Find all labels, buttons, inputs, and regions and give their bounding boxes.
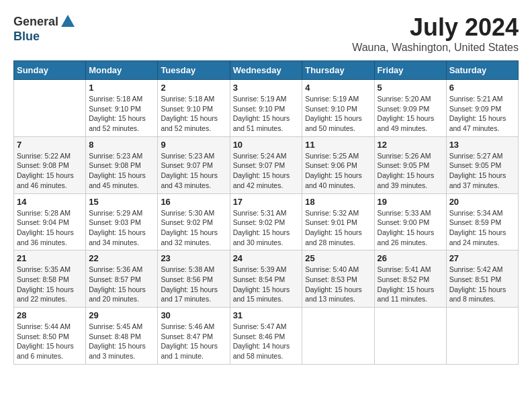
calendar-cell: 28Sunrise: 5:44 AM Sunset: 8:50 PM Dayli… xyxy=(14,308,86,365)
calendar-week-row: 14Sunrise: 5:28 AM Sunset: 9:04 PM Dayli… xyxy=(14,193,519,250)
day-info: Sunrise: 5:21 AM Sunset: 9:09 PM Dayligh… xyxy=(449,94,515,134)
calendar-cell: 13Sunrise: 5:27 AM Sunset: 9:05 PM Dayli… xyxy=(446,136,518,193)
calendar-cell: 5Sunrise: 5:20 AM Sunset: 9:09 PM Daylig… xyxy=(374,80,446,137)
day-number: 22 xyxy=(89,253,154,263)
calendar-cell: 6Sunrise: 5:21 AM Sunset: 9:09 PM Daylig… xyxy=(446,80,518,137)
day-number: 8 xyxy=(89,140,154,150)
calendar-cell: 2Sunrise: 5:18 AM Sunset: 9:10 PM Daylig… xyxy=(158,80,230,137)
day-number: 3 xyxy=(233,83,300,93)
calendar-cell: 20Sunrise: 5:34 AM Sunset: 8:59 PM Dayli… xyxy=(446,193,518,250)
day-info: Sunrise: 5:27 AM Sunset: 9:05 PM Dayligh… xyxy=(449,151,515,191)
calendar-cell: 14Sunrise: 5:28 AM Sunset: 9:04 PM Dayli… xyxy=(14,193,86,250)
month-title: July 2024 xyxy=(352,13,519,42)
calendar-cell: 3Sunrise: 5:19 AM Sunset: 9:10 PM Daylig… xyxy=(230,80,302,137)
day-number: 10 xyxy=(233,140,300,150)
day-info: Sunrise: 5:33 AM Sunset: 9:00 PM Dayligh… xyxy=(378,208,443,248)
day-info: Sunrise: 5:40 AM Sunset: 8:53 PM Dayligh… xyxy=(305,265,371,304)
weekday-header: Tuesday xyxy=(158,61,230,80)
calendar-cell: 22Sunrise: 5:36 AM Sunset: 8:57 PM Dayli… xyxy=(86,250,158,308)
weekday-header: Thursday xyxy=(302,61,374,80)
calendar-week-row: 1Sunrise: 5:18 AM Sunset: 9:10 PM Daylig… xyxy=(14,80,519,137)
day-number: 26 xyxy=(378,253,443,263)
calendar-cell xyxy=(14,80,86,137)
day-number: 11 xyxy=(305,140,371,150)
calendar-cell: 23Sunrise: 5:38 AM Sunset: 8:56 PM Dayli… xyxy=(158,250,230,308)
calendar-cell: 15Sunrise: 5:29 AM Sunset: 9:03 PM Dayli… xyxy=(86,193,158,250)
calendar-cell: 12Sunrise: 5:26 AM Sunset: 9:05 PM Dayli… xyxy=(374,136,446,193)
calendar-cell: 31Sunrise: 5:47 AM Sunset: 8:46 PM Dayli… xyxy=(230,308,302,365)
day-info: Sunrise: 5:19 AM Sunset: 9:10 PM Dayligh… xyxy=(233,94,300,134)
day-info: Sunrise: 5:19 AM Sunset: 9:10 PM Dayligh… xyxy=(305,94,371,134)
calendar-week-row: 28Sunrise: 5:44 AM Sunset: 8:50 PM Dayli… xyxy=(14,308,519,365)
day-info: Sunrise: 5:32 AM Sunset: 9:01 PM Dayligh… xyxy=(305,208,371,248)
calendar-table: SundayMondayTuesdayWednesdayThursdayFrid… xyxy=(13,60,519,365)
calendar-cell: 4Sunrise: 5:19 AM Sunset: 9:10 PM Daylig… xyxy=(302,80,374,137)
day-info: Sunrise: 5:28 AM Sunset: 9:04 PM Dayligh… xyxy=(17,208,83,248)
calendar-cell: 10Sunrise: 5:24 AM Sunset: 9:07 PM Dayli… xyxy=(230,136,302,193)
calendar-cell: 26Sunrise: 5:41 AM Sunset: 8:52 PM Dayli… xyxy=(374,250,446,308)
day-number: 19 xyxy=(378,197,443,207)
location-title: Wauna, Washington, United States xyxy=(352,42,519,54)
calendar-cell xyxy=(374,308,446,365)
calendar-header-row: SundayMondayTuesdayWednesdayThursdayFrid… xyxy=(14,61,519,80)
day-info: Sunrise: 5:26 AM Sunset: 9:05 PM Dayligh… xyxy=(378,151,443,191)
calendar-cell: 8Sunrise: 5:23 AM Sunset: 9:08 PM Daylig… xyxy=(86,136,158,193)
day-info: Sunrise: 5:45 AM Sunset: 8:48 PM Dayligh… xyxy=(89,322,154,361)
day-number: 7 xyxy=(17,140,83,150)
calendar-cell: 19Sunrise: 5:33 AM Sunset: 9:00 PM Dayli… xyxy=(374,193,446,250)
day-info: Sunrise: 5:38 AM Sunset: 8:56 PM Dayligh… xyxy=(161,265,226,304)
page-header: General Blue July 2024 Wauna, Washington… xyxy=(13,13,519,54)
day-number: 17 xyxy=(233,197,300,207)
day-info: Sunrise: 5:24 AM Sunset: 9:07 PM Dayligh… xyxy=(233,151,300,191)
day-number: 5 xyxy=(378,83,443,93)
calendar-week-row: 21Sunrise: 5:35 AM Sunset: 8:58 PM Dayli… xyxy=(14,250,519,308)
calendar-cell: 21Sunrise: 5:35 AM Sunset: 8:58 PM Dayli… xyxy=(14,250,86,308)
day-info: Sunrise: 5:42 AM Sunset: 8:51 PM Dayligh… xyxy=(449,265,515,304)
calendar-cell: 7Sunrise: 5:22 AM Sunset: 9:08 PM Daylig… xyxy=(14,136,86,193)
calendar-cell: 29Sunrise: 5:45 AM Sunset: 8:48 PM Dayli… xyxy=(86,308,158,365)
day-number: 24 xyxy=(233,253,300,263)
day-number: 23 xyxy=(161,253,226,263)
weekday-header: Wednesday xyxy=(230,61,302,80)
day-number: 2 xyxy=(161,83,226,93)
calendar-cell xyxy=(446,308,518,365)
calendar-cell: 17Sunrise: 5:31 AM Sunset: 9:02 PM Dayli… xyxy=(230,193,302,250)
calendar-cell: 30Sunrise: 5:46 AM Sunset: 8:47 PM Dayli… xyxy=(158,308,230,365)
logo-icon xyxy=(60,13,76,30)
day-info: Sunrise: 5:23 AM Sunset: 9:08 PM Dayligh… xyxy=(89,151,154,191)
day-number: 20 xyxy=(449,197,515,207)
day-info: Sunrise: 5:18 AM Sunset: 9:10 PM Dayligh… xyxy=(161,94,226,134)
day-info: Sunrise: 5:22 AM Sunset: 9:08 PM Dayligh… xyxy=(17,151,83,191)
day-info: Sunrise: 5:35 AM Sunset: 8:58 PM Dayligh… xyxy=(17,265,83,304)
day-number: 6 xyxy=(449,83,515,93)
day-number: 27 xyxy=(449,253,515,263)
day-info: Sunrise: 5:23 AM Sunset: 9:07 PM Dayligh… xyxy=(161,151,226,191)
logo-general-text: General xyxy=(13,15,58,29)
day-number: 14 xyxy=(17,197,83,207)
day-number: 16 xyxy=(161,197,226,207)
calendar-cell: 11Sunrise: 5:25 AM Sunset: 9:06 PM Dayli… xyxy=(302,136,374,193)
day-info: Sunrise: 5:20 AM Sunset: 9:09 PM Dayligh… xyxy=(378,94,443,134)
day-info: Sunrise: 5:34 AM Sunset: 8:59 PM Dayligh… xyxy=(449,208,515,248)
day-number: 18 xyxy=(305,197,371,207)
day-info: Sunrise: 5:31 AM Sunset: 9:02 PM Dayligh… xyxy=(233,208,300,248)
calendar-cell: 18Sunrise: 5:32 AM Sunset: 9:01 PM Dayli… xyxy=(302,193,374,250)
day-info: Sunrise: 5:46 AM Sunset: 8:47 PM Dayligh… xyxy=(161,322,226,361)
calendar-cell: 9Sunrise: 5:23 AM Sunset: 9:07 PM Daylig… xyxy=(158,136,230,193)
day-number: 13 xyxy=(449,140,515,150)
calendar-cell: 27Sunrise: 5:42 AM Sunset: 8:51 PM Dayli… xyxy=(446,250,518,308)
day-number: 21 xyxy=(17,253,83,263)
day-number: 29 xyxy=(89,310,154,320)
day-number: 15 xyxy=(89,197,154,207)
day-number: 12 xyxy=(378,140,443,150)
day-info: Sunrise: 5:44 AM Sunset: 8:50 PM Dayligh… xyxy=(17,322,83,361)
day-info: Sunrise: 5:29 AM Sunset: 9:03 PM Dayligh… xyxy=(89,208,154,248)
calendar-week-row: 7Sunrise: 5:22 AM Sunset: 9:08 PM Daylig… xyxy=(14,136,519,193)
calendar-cell: 16Sunrise: 5:30 AM Sunset: 9:02 PM Dayli… xyxy=(158,193,230,250)
day-number: 4 xyxy=(305,83,371,93)
day-number: 31 xyxy=(233,310,300,320)
logo: General Blue xyxy=(13,13,76,44)
day-number: 25 xyxy=(305,253,371,263)
day-info: Sunrise: 5:36 AM Sunset: 8:57 PM Dayligh… xyxy=(89,265,154,304)
weekday-header: Saturday xyxy=(446,61,518,80)
